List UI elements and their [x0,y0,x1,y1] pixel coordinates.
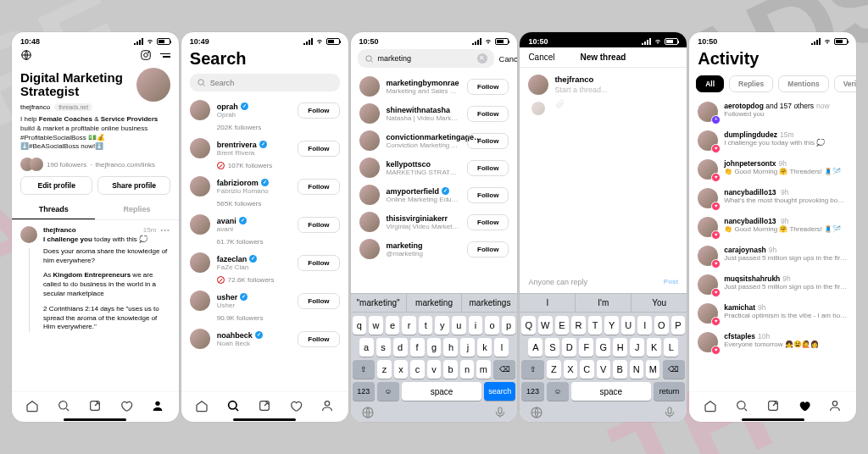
key[interactable]: r [402,316,416,335]
shift-key[interactable]: ⇧ [353,360,376,379]
follow-button[interactable]: Follow [298,141,339,157]
key[interactable]: a [359,338,374,357]
profile-icon[interactable] [320,399,334,412]
key[interactable]: T [588,316,603,335]
key[interactable]: Z [547,360,560,379]
follow-button[interactable]: Follow [467,187,509,203]
key[interactable]: S [545,338,559,357]
key[interactable]: m [476,360,490,379]
search-icon[interactable] [57,399,70,412]
key[interactable]: E [555,316,570,335]
follow-button[interactable]: Follow [467,214,509,230]
key[interactable]: h [443,338,458,357]
list-item[interactable]: avaniavani Follow [181,211,348,238]
thread-post[interactable]: thejfranco15m••• I challenge you today w… [12,220,179,338]
key[interactable]: i [469,316,483,335]
activity-item[interactable]: + aerotopdog and 157 othersnowFollowed y… [689,97,856,126]
activity-item[interactable]: nancybadillo13 9h👏 Good Morning 🤗 Thread… [689,213,856,241]
cancel-button[interactable]: Cancel [499,54,518,64]
activity-icon[interactable] [120,399,133,412]
chip-all[interactable]: All [696,75,724,92]
search-key[interactable]: search [484,382,516,401]
compose-placeholder[interactable]: Start a thread... [554,86,678,94]
key[interactable]: n [460,360,474,379]
chip-verified[interactable]: Verified [834,75,856,92]
backspace-key[interactable]: ⌫ [663,360,686,379]
follow-button[interactable]: Follow [467,241,509,257]
key[interactable]: C [580,360,593,379]
tab-threads[interactable]: Threads [12,200,95,219]
key[interactable]: H [613,338,627,357]
list-item[interactable]: marketing@marketing Follow [351,235,518,263]
return-key[interactable]: return [654,382,686,401]
key[interactable]: A [528,338,542,357]
kb-suggestion[interactable]: You [632,294,687,312]
key[interactable]: q [353,316,367,335]
key[interactable]: M [646,360,659,379]
emoji-key[interactable]: ☺ [547,382,569,401]
follow-button[interactable]: Follow [298,179,339,195]
key[interactable]: G [596,338,610,357]
activity-item[interactable]: kamichat9hPractical optimism is the vibe… [689,299,856,328]
activity-item[interactable]: johnpetersontx9h👏 Good Morning 🤗 Threade… [689,155,856,184]
key[interactable]: z [377,360,391,379]
key[interactable]: x [394,360,408,379]
key[interactable]: N [630,360,643,379]
profile-icon[interactable] [151,399,164,412]
attach-icon[interactable] [554,99,565,109]
list-item[interactable]: kellypottscoMARKETING STRATEGIS… Follow [351,154,518,181]
key[interactable]: o [485,316,499,335]
list-item[interactable]: amyporterfieldOnline Marketing Educ… Fol… [351,181,518,208]
key[interactable]: v [427,360,441,379]
key[interactable]: Y [604,316,619,335]
list-item[interactable]: brentriveraBrent Rivera Follow [181,135,348,162]
follow-button[interactable]: Follow [298,255,339,271]
mic-icon[interactable] [663,406,676,419]
activity-item[interactable]: cfstaples10hEveryone tomorrow 👧😫🙋👩 [689,328,856,357]
space-key[interactable]: space [402,382,481,401]
chip-mentions[interactable]: Mentions [778,75,828,92]
key[interactable]: b [443,360,457,379]
activity-item[interactable]: carajoynash9hJust passed 5 million sign … [689,241,856,270]
tab-replies[interactable]: Replies [95,200,178,219]
key[interactable]: l [494,338,509,357]
kb-suggestion[interactable]: "marketing" [351,294,407,312]
key[interactable]: I [637,316,652,335]
follow-button[interactable]: Follow [298,102,339,119]
home-icon[interactable] [195,399,209,412]
key[interactable]: J [630,338,644,357]
search-icon[interactable] [226,399,240,412]
reply-scope[interactable]: Anyone can reply [528,278,587,287]
globe-icon[interactable] [361,406,375,419]
instagram-icon[interactable] [140,49,152,61]
clear-icon[interactable]: ✕ [477,53,487,64]
activity-item[interactable]: dumplingdudez15mI challenge you today wi… [689,126,856,155]
key[interactable]: U [621,316,636,335]
activity-icon[interactable] [798,399,811,412]
follow-button[interactable]: Follow [467,79,509,95]
follow-button[interactable]: Follow [298,331,339,347]
key[interactable]: d [393,338,408,357]
key[interactable]: k [477,338,492,357]
numbers-key[interactable]: 123 [353,382,375,401]
list-item[interactable]: fazeclanFaZe Clan Follow [181,249,348,276]
key[interactable]: O [654,316,669,335]
post-more-icon[interactable]: ••• [160,226,170,235]
activity-item[interactable]: muqsitshahrukh9hJust passed 5 million si… [689,270,856,299]
key[interactable]: s [376,338,391,357]
mic-icon[interactable] [493,406,507,419]
globe-icon[interactable] [530,406,543,419]
key[interactable]: t [419,316,433,335]
chip-replies[interactable]: Replies [729,75,773,92]
activity-icon[interactable] [289,399,303,412]
search-icon[interactable] [735,399,748,412]
list-item[interactable]: convictionmarketingage…Conviction Market… [351,127,518,154]
key[interactable]: F [579,338,593,357]
list-item[interactable]: noahbeckNoah Beck Follow [181,325,348,352]
search-input[interactable] [190,74,340,91]
emoji-key[interactable]: ☺ [377,382,399,401]
post-button[interactable]: Post [664,278,678,287]
compose-icon[interactable] [88,399,102,412]
home-icon[interactable] [704,399,717,412]
key[interactable]: Q [521,316,536,335]
